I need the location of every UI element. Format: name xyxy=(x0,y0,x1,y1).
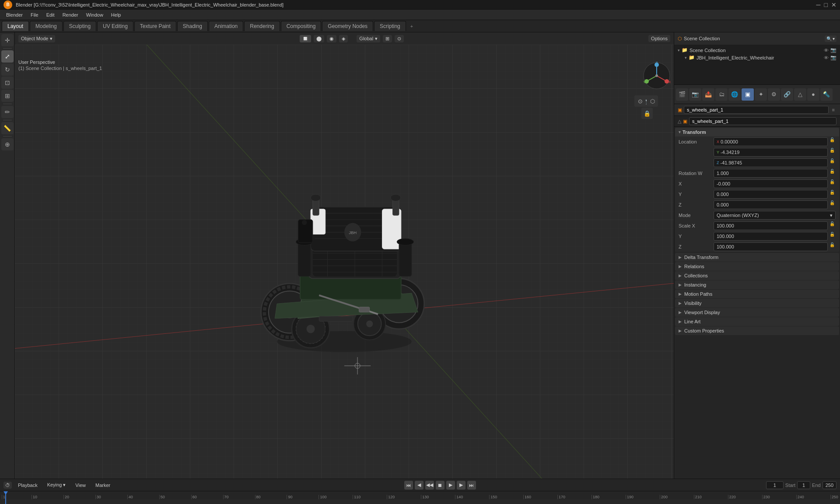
prop-world-icon[interactable]: 🌐 xyxy=(728,88,741,101)
prop-output-icon[interactable]: 📤 xyxy=(702,88,714,101)
menu-file[interactable]: File xyxy=(27,11,42,18)
rotation-w[interactable]: 1.000 xyxy=(714,169,828,178)
relations-section[interactable]: ▶ Relations xyxy=(675,262,839,271)
tab-modeling[interactable]: Modeling xyxy=(30,21,63,31)
playback-menu[interactable]: Playback xyxy=(14,482,41,489)
tool-move[interactable]: ⤢ xyxy=(1,50,14,63)
minimize-btn[interactable]: ─ xyxy=(816,1,821,8)
current-frame[interactable]: 1 xyxy=(766,481,784,489)
tool-annotate[interactable]: ✏ xyxy=(1,106,14,118)
lock-z[interactable]: 🔓 xyxy=(829,158,836,167)
menu-render[interactable]: Render xyxy=(59,11,82,18)
options-btn[interactable]: Options xyxy=(648,35,670,42)
rotation-x[interactable]: -0.000 xyxy=(714,179,828,188)
menu-blender[interactable]: Blender xyxy=(3,11,26,18)
tab-compositing[interactable]: Compositing xyxy=(281,21,322,31)
tab-uv-editing[interactable]: UV Editing xyxy=(97,21,133,31)
tool-scale[interactable]: ⊡ xyxy=(1,77,14,89)
tab-animation[interactable]: Animation xyxy=(209,21,243,31)
lock-sz[interactable]: 🔓 xyxy=(829,242,836,251)
global-local-toggle[interactable]: Global ▾ xyxy=(357,35,380,42)
lock-sx[interactable]: 🔓 xyxy=(829,221,836,230)
viewport[interactable]: Object Mode ▾ 🔲 ⬤ ◉ ◈ Global ▾ ⊞ ⊙ Optio… xyxy=(15,32,674,479)
delta-transform-section[interactable]: ▶ Delta Transform xyxy=(675,253,839,262)
eye-icon[interactable]: 👁 xyxy=(824,48,829,53)
prop-physics-icon[interactable]: ⚙ xyxy=(768,88,780,101)
rotation-y[interactable]: 0.000 xyxy=(714,190,828,199)
prop-material-icon[interactable]: ● xyxy=(807,88,819,101)
collections-section[interactable]: ▶ Collections xyxy=(675,271,839,280)
lock-x[interactable]: 🔓 xyxy=(829,137,836,146)
maximize-btn[interactable]: □ xyxy=(824,1,828,8)
view-menu[interactable]: View xyxy=(72,482,89,489)
prop-particles-icon[interactable]: ✦ xyxy=(755,88,767,101)
object-name-input[interactable] xyxy=(684,106,829,114)
lock-camera-btn[interactable]: 🔒 xyxy=(641,108,653,119)
tool-rotate[interactable]: ↻ xyxy=(1,63,14,76)
transform-section-header[interactable]: ▾ Transform xyxy=(675,128,839,136)
menu-window[interactable]: Window xyxy=(83,11,107,18)
play-btn[interactable]: ▶ xyxy=(446,481,455,490)
tab-texture-paint[interactable]: Texture Paint xyxy=(134,21,176,31)
lock-rz[interactable]: 🔓 xyxy=(829,200,836,209)
location-x[interactable]: X0.00000 xyxy=(714,137,828,146)
prop-render-icon[interactable]: 📷 xyxy=(689,88,701,101)
lock-rx[interactable]: 🔓 xyxy=(829,179,836,188)
menu-edit[interactable]: Edit xyxy=(43,11,58,18)
viewport-display-section[interactable]: ▶ Viewport Display xyxy=(675,308,839,317)
tab-add[interactable]: + xyxy=(407,22,416,31)
outliner-search[interactable]: 🔍 ▾ xyxy=(825,35,836,42)
lock-sy[interactable]: 🔓 xyxy=(829,232,836,241)
line-art-section[interactable]: ▶ Line Art xyxy=(675,317,839,326)
lock-y[interactable]: 🔓 xyxy=(829,148,836,157)
viewport-shading-wire[interactable]: 🔲 xyxy=(300,35,311,42)
visibility-section[interactable]: ▶ Visibility xyxy=(675,299,839,308)
tool-transform[interactable]: ⊞ xyxy=(1,90,14,102)
eye2-icon[interactable]: 👁 xyxy=(824,55,829,60)
end-frame[interactable]: 250 xyxy=(822,481,836,489)
tab-rendering[interactable]: Rendering xyxy=(244,21,280,31)
tab-layout[interactable]: Layout xyxy=(2,21,29,31)
prop-shader-icon[interactable]: 🔦 xyxy=(820,88,833,101)
render-icon[interactable]: 📷 xyxy=(830,47,836,53)
prop-scene-icon[interactable]: 🎬 xyxy=(676,88,688,101)
overlay-btn[interactable]: ⊙ xyxy=(634,95,646,107)
data-name-input[interactable] xyxy=(689,117,836,125)
location-z[interactable]: Z-41.98745 xyxy=(714,158,828,167)
jump-start-btn[interactable]: ⏮ xyxy=(404,481,413,490)
xray-btn[interactable]: ⬡ xyxy=(647,95,658,107)
mode-dropdown[interactable]: Quaternion (WXYZ) ▾ xyxy=(714,211,836,220)
menu-help[interactable]: Help xyxy=(108,11,125,18)
tool-measure[interactable]: 📏 xyxy=(1,122,14,134)
render2-icon[interactable]: 📷 xyxy=(830,55,836,60)
mode-selector[interactable]: Object Mode ▾ xyxy=(18,35,55,42)
scene-collection-row[interactable]: ▾ 📁 Scene Collection 👁 📷 xyxy=(676,46,838,54)
timeline-icon[interactable]: ⏱ xyxy=(4,482,12,489)
tool-cursor[interactable]: ✛ xyxy=(1,34,14,46)
step-forward-btn[interactable]: ▶ xyxy=(457,481,466,490)
viewport-shading-material[interactable]: ◉ xyxy=(327,35,336,42)
stop-btn[interactable]: ⏹ xyxy=(436,481,444,490)
reverse-play-btn[interactable]: ◀◀ xyxy=(425,481,434,490)
tab-scripting[interactable]: Scripting xyxy=(374,21,406,31)
jump-end-btn[interactable]: ⏭ xyxy=(467,481,476,490)
prop-name-dots[interactable]: ≡ xyxy=(830,107,836,112)
lock-rw[interactable]: 🔓 xyxy=(829,169,836,178)
keying-menu[interactable]: Keying ▾ xyxy=(44,481,70,489)
viewport-shading-solid[interactable]: ⬤ xyxy=(314,35,324,42)
viewport-shading-render[interactable]: ◈ xyxy=(339,35,348,42)
timeline-content[interactable] xyxy=(0,499,840,504)
scale-x[interactable]: 100.000 xyxy=(714,221,828,230)
wheelchair-collection-row[interactable]: ▾ 📁 JBH_Intelligent_Electric_Wheelchair … xyxy=(676,54,838,61)
tab-sculpting[interactable]: Sculpting xyxy=(63,21,96,31)
step-back-btn[interactable]: ◀ xyxy=(415,481,424,490)
tab-geometry-nodes[interactable]: Geometry Nodes xyxy=(322,21,373,31)
start-frame[interactable]: 1 xyxy=(797,481,810,489)
scale-y[interactable]: 100.000 xyxy=(714,232,828,241)
location-y[interactable]: Y-4.34219 xyxy=(714,148,828,157)
custom-properties-section[interactable]: ▶ Custom Properties xyxy=(675,326,839,335)
rotation-z[interactable]: 0.000 xyxy=(714,200,828,209)
snap-btn[interactable]: ⊞ xyxy=(383,35,392,42)
marker-menu[interactable]: Marker xyxy=(92,482,114,489)
instancing-section[interactable]: ▶ Instancing xyxy=(675,280,839,289)
